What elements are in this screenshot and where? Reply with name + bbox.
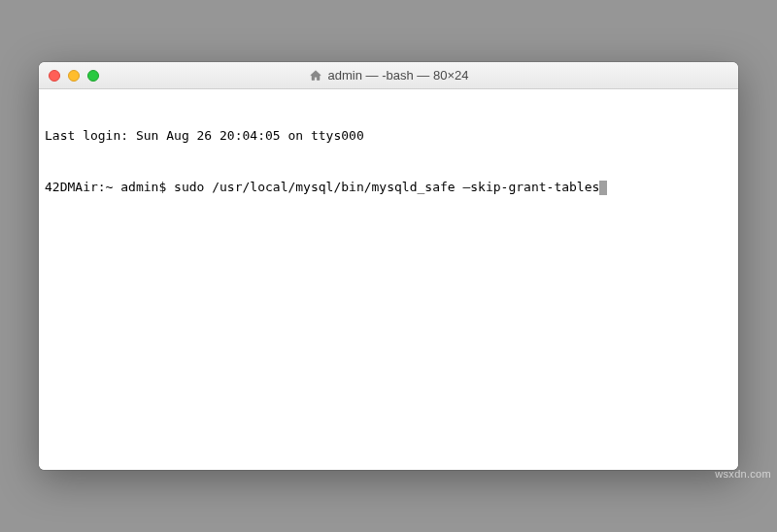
terminal-text: Last login: Sun Aug 26 20:04:05 on ttys0… [45,128,364,143]
window-title-area: admin — -bash — 80×24 [39,68,738,83]
home-icon [309,69,322,83]
title-bar[interactable]: admin — -bash — 80×24 [39,62,738,89]
close-button[interactable] [49,70,60,82]
terminal-line: Last login: Sun Aug 26 20:04:05 on ttys0… [45,127,732,145]
traffic-lights [49,70,99,82]
watermark: wsxdn.com [715,468,771,480]
terminal-line: 42DMAir:~ admin$ sudo /usr/local/mysql/b… [45,179,732,196]
terminal-body[interactable]: Last login: Sun Aug 26 20:04:05 on ttys0… [39,89,738,470]
maximize-button[interactable] [87,70,99,82]
terminal-text: 42DMAir:~ admin$ sudo /usr/local/mysql/b… [45,180,599,194]
window-title: admin — -bash — 80×24 [328,68,469,83]
minimize-button[interactable] [68,70,80,82]
cursor [599,181,607,195]
terminal-window: admin — -bash — 80×24 Last login: Sun Au… [39,62,738,470]
